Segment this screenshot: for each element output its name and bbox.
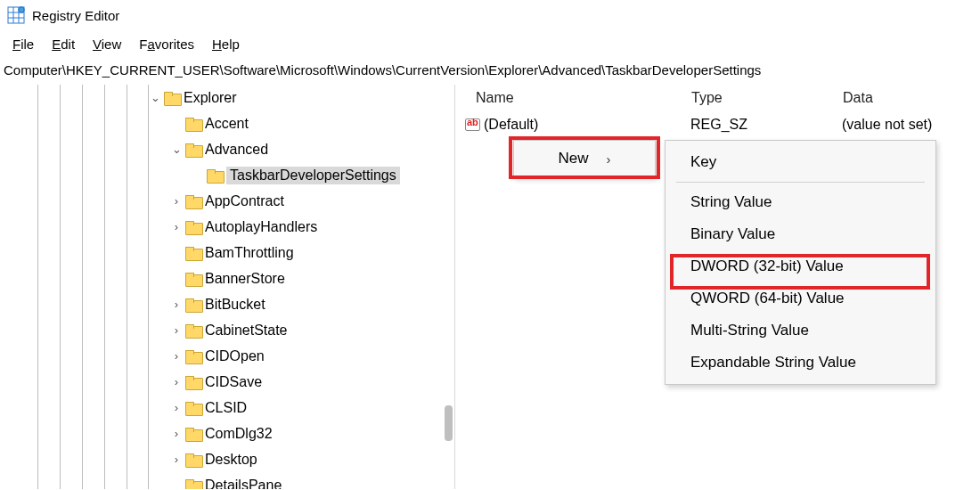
tree-item-appcontract[interactable]: › AppContract — [0, 188, 454, 214]
tree-item-clsid[interactable]: › CLSID — [0, 395, 454, 421]
chevron-right-icon[interactable]: › — [169, 376, 184, 388]
folder-icon — [164, 92, 180, 104]
tree-item-cabinet[interactable]: › CabinetState — [0, 317, 454, 343]
tree-pane[interactable]: ⌄ Explorer Accent ⌄ Advanced TaskbarDeve… — [0, 85, 454, 489]
column-headers[interactable]: Name Type Data — [460, 85, 980, 111]
tree-label: Accent — [205, 116, 249, 132]
folder-icon — [185, 350, 201, 363]
folder-icon — [185, 376, 201, 388]
scrollbar-thumb[interactable] — [445, 405, 453, 441]
menu-favorites[interactable]: Favorites — [130, 34, 203, 54]
tree-label: BannerStore — [205, 271, 285, 287]
tree-label: AppContract — [205, 193, 284, 209]
values-pane[interactable]: Name Type Data (Default) REG_SZ (value n… — [460, 85, 980, 489]
folder-icon — [185, 298, 201, 311]
ctx-item-binary[interactable]: Binary Value — [666, 218, 935, 250]
tree-label: TaskbarDeveloperSettings — [226, 167, 400, 184]
ctx-item-dword[interactable]: DWORD (32-bit) Value — [666, 250, 935, 282]
address-path[interactable]: Computer\HKEY_CURRENT_USER\Software\Micr… — [0, 57, 980, 85]
chevron-right-icon[interactable]: › — [169, 221, 184, 233]
value-row-default[interactable]: (Default) REG_SZ (value not set) — [460, 111, 980, 138]
value-type: REG_SZ — [690, 117, 842, 133]
tree-item-comdlg32[interactable]: › ComDlg32 — [0, 421, 454, 446]
value-name: (Default) — [484, 117, 690, 133]
col-data[interactable]: Data — [843, 90, 980, 106]
folder-icon — [185, 118, 201, 130]
folder-icon — [185, 479, 201, 490]
tree-label: CIDOpen — [205, 348, 265, 364]
title-bar: Registry Editor — [0, 0, 980, 30]
menu-file[interactable]: File — [4, 34, 43, 54]
value-data: (value not set) — [842, 117, 932, 133]
registry-tree[interactable]: ⌄ Explorer Accent ⌄ Advanced TaskbarDeve… — [0, 85, 454, 489]
folder-icon — [185, 402, 201, 414]
tree-label: Desktop — [205, 452, 257, 468]
menu-help[interactable]: Help — [203, 34, 249, 54]
window-title: Registry Editor — [32, 8, 119, 23]
tree-label: CLSID — [205, 400, 247, 416]
folder-icon — [185, 453, 201, 466]
tree-item-accent[interactable]: Accent — [0, 110, 454, 136]
tree-label: BitBucket — [205, 297, 265, 313]
body: ⌄ Explorer Accent ⌄ Advanced TaskbarDeve… — [0, 85, 980, 489]
regedit-icon — [7, 6, 25, 24]
chevron-right-icon[interactable]: › — [169, 350, 184, 362]
menu-view[interactable]: View — [84, 34, 130, 54]
chevron-down-icon[interactable]: ⌄ — [148, 92, 162, 103]
tree-label: CabinetState — [205, 323, 288, 339]
menu-edit[interactable]: Edit — [43, 34, 84, 54]
context-submenu-new: Key String Value Binary Value DWORD (32-… — [665, 140, 936, 385]
folder-icon — [185, 195, 201, 208]
tree-item-bam[interactable]: BamThrottling — [0, 240, 454, 265]
tree-label: CIDSave — [205, 374, 262, 390]
tree-item-taskbardevsettings[interactable]: TaskbarDeveloperSettings — [0, 162, 454, 188]
tree-label: Explorer — [184, 90, 237, 106]
chevron-right-icon[interactable]: › — [169, 298, 184, 310]
tree-label: BamThrottling — [205, 245, 294, 261]
chevron-right-icon[interactable]: › — [169, 402, 184, 413]
ctx-item-new[interactable]: New › — [514, 141, 655, 176]
chevron-right-icon[interactable]: › — [169, 428, 184, 439]
context-menu: New › — [513, 140, 656, 177]
col-name[interactable]: Name — [460, 90, 691, 106]
tree-label: DetailsPane — [205, 478, 282, 490]
folder-icon — [185, 221, 201, 233]
chevron-right-icon[interactable]: › — [169, 453, 184, 465]
ctx-item-qword[interactable]: QWORD (64-bit) Value — [666, 282, 935, 314]
chevron-right-icon: › — [607, 151, 611, 167]
tree-item-advanced[interactable]: ⌄ Advanced — [0, 136, 454, 162]
ctx-item-multistring[interactable]: Multi-String Value — [666, 314, 935, 347]
folder-icon — [185, 143, 201, 156]
ctx-item-key[interactable]: Key — [666, 146, 935, 178]
chevron-down-icon[interactable]: ⌄ — [169, 143, 184, 155]
chevron-right-icon[interactable]: › — [169, 195, 184, 207]
tree-item-bitbucket[interactable]: › BitBucket — [0, 291, 454, 317]
folder-icon — [185, 247, 201, 259]
tree-item-autoplay[interactable]: › AutoplayHandlers — [0, 214, 454, 240]
ctx-item-expandstring[interactable]: Expandable String Value — [666, 347, 935, 379]
tree-item-banner[interactable]: BannerStore — [0, 265, 454, 291]
ctx-item-string[interactable]: String Value — [666, 186, 935, 218]
tree-item-desktop[interactable]: › Desktop — [0, 446, 454, 472]
menu-bar: File Edit View Favorites Help — [0, 30, 980, 57]
svg-point-5 — [19, 7, 24, 12]
tree-label: ComDlg32 — [205, 426, 273, 442]
tree-label: Advanced — [205, 142, 268, 158]
folder-icon — [207, 169, 223, 182]
tree-item-cidsave[interactable]: › CIDSave — [0, 369, 454, 395]
separator — [676, 182, 925, 183]
folder-icon — [185, 324, 201, 337]
tree-item-detailspane[interactable]: DetailsPane — [0, 472, 454, 489]
col-type[interactable]: Type — [691, 90, 843, 106]
folder-icon — [185, 273, 201, 285]
tree-label: AutoplayHandlers — [205, 219, 317, 235]
chevron-right-icon[interactable]: › — [169, 324, 184, 336]
tree-item-explorer[interactable]: ⌄ Explorer — [0, 85, 454, 110]
ctx-label: New — [558, 150, 588, 167]
tree-item-cidopen[interactable]: › CIDOpen — [0, 343, 454, 369]
string-value-icon — [465, 118, 480, 131]
folder-icon — [185, 428, 201, 440]
